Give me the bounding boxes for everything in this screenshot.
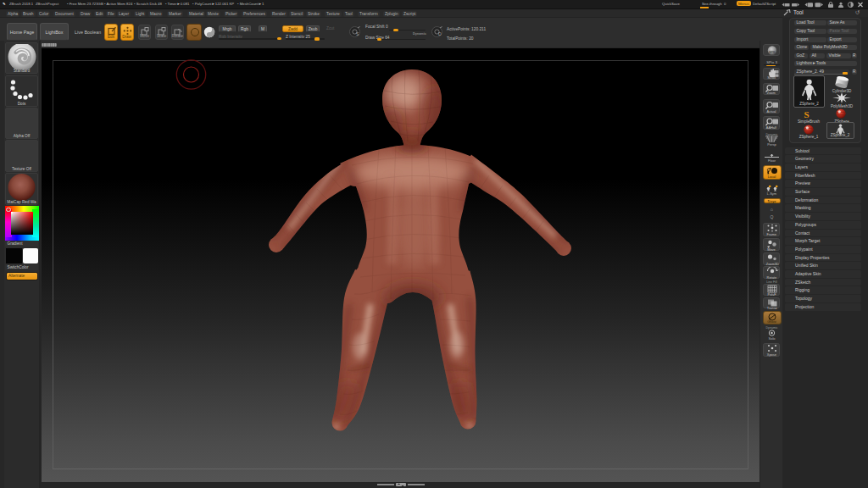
svg-text:Move: Move <box>767 247 776 252</box>
svg-text:D: D <box>438 31 442 36</box>
svg-text:Rotate: Rotate <box>766 274 776 278</box>
svg-text:AAHalf: AAHalf <box>765 125 776 130</box>
svg-text:Zoom3D: Zoom3D <box>765 261 778 264</box>
svg-text:Scroll: Scroll <box>767 75 776 80</box>
svg-text:PolyF: PolyF <box>767 292 776 296</box>
svg-text:Xpose: Xpose <box>766 352 776 357</box>
svg-text:Actual: Actual <box>766 109 776 114</box>
svg-text:Frame: Frame <box>766 232 776 236</box>
svg-text:Transp: Transp <box>766 305 776 308</box>
svg-text:Zoom: Zoom <box>766 91 775 95</box>
svg-text:S: S <box>804 108 810 118</box>
svg-text:BPR: BPR <box>769 50 776 53</box>
